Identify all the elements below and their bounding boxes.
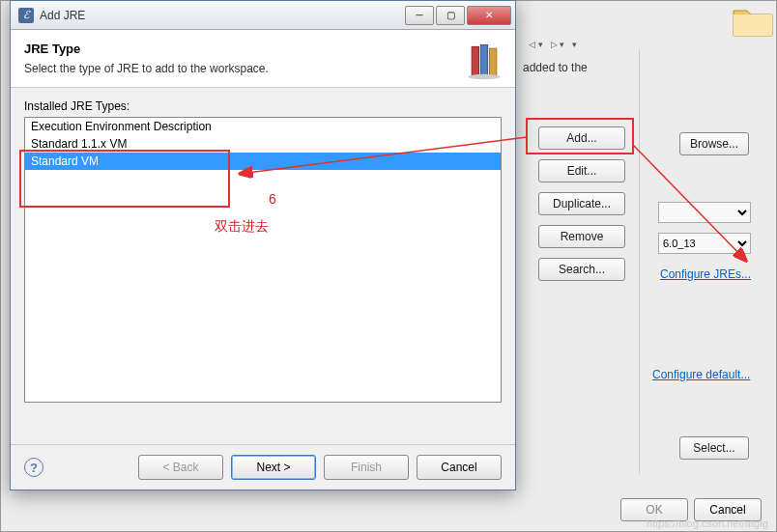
maximize-button[interactable]: ▢ — [436, 6, 465, 25]
add-jre-dialog: ℰ Add JRE ─ ▢ ✕ JRE Type Select the type… — [10, 0, 516, 490]
back-icon[interactable]: ◁ ▾ — [529, 40, 543, 49]
divider — [639, 49, 640, 474]
window-title: Add JRE — [40, 9, 403, 22]
svg-rect-2 — [490, 48, 497, 75]
close-button[interactable]: ✕ — [467, 6, 511, 25]
minimize-button[interactable]: ─ — [405, 6, 434, 25]
add-button[interactable]: Add... — [538, 126, 625, 150]
info-text: added to the — [523, 61, 639, 74]
jre-types-list[interactable]: Execution Environment Description Standa… — [24, 117, 502, 403]
books-icon — [463, 40, 505, 82]
annotation-dblclick-text: 双击进去 — [215, 218, 269, 236]
jdk-select-2[interactable]: 6.0_13 — [658, 233, 751, 254]
help-icon[interactable]: ? — [24, 458, 43, 477]
app-icon: ℰ — [18, 8, 34, 23]
list-label: Installed JRE Types: — [24, 99, 502, 113]
svg-point-3 — [469, 74, 501, 80]
wizard-subtitle: Select the type of JRE to add to the wor… — [24, 62, 457, 75]
list-item[interactable]: Execution Environment Description — [25, 118, 501, 135]
wizard-body: Installed JRE Types: Execution Environme… — [11, 88, 515, 414]
list-item[interactable]: Standard 1.1.x VM — [25, 135, 501, 153]
back-button: < Back — [138, 455, 223, 480]
remove-button[interactable]: Remove — [538, 225, 625, 248]
next-button[interactable]: Next > — [231, 455, 316, 480]
configure-default-link[interactable]: Configure default... — [652, 368, 750, 381]
wizard-footer: ? < Back Next > Finish Cancel — [11, 444, 515, 490]
configure-jres-link[interactable]: Configure JREs... — [660, 267, 751, 281]
list-item-selected[interactable]: Standard VM — [25, 153, 501, 170]
duplicate-button[interactable]: Duplicate... — [538, 192, 625, 215]
titlebar[interactable]: ℰ Add JRE ─ ▢ ✕ — [11, 1, 515, 30]
forward-icon[interactable]: ▷ ▾ — [551, 40, 565, 49]
svg-rect-1 — [480, 45, 487, 75]
finish-button: Finish — [324, 455, 409, 480]
cancel-button[interactable]: Cancel — [417, 455, 502, 480]
wizard-header: JRE Type Select the type of JRE to add t… — [11, 30, 515, 88]
search-button[interactable]: Search... — [538, 258, 625, 281]
nav-toolbar: ◁ ▾ ▷ ▾ ▾ — [523, 30, 777, 59]
wizard-title: JRE Type — [24, 42, 457, 56]
dropdown-icon[interactable]: ▾ — [572, 40, 577, 49]
browse-button[interactable]: Browse... — [679, 132, 749, 155]
select-button[interactable]: Select... — [679, 436, 749, 460]
jdk-select-1[interactable] — [658, 202, 751, 223]
edit-button[interactable]: Edit... — [538, 159, 625, 182]
annotation-number: 6 — [269, 191, 276, 207]
footer-url: https://blog.csdn.net/atgfg — [647, 518, 768, 529]
svg-rect-0 — [472, 46, 478, 74]
